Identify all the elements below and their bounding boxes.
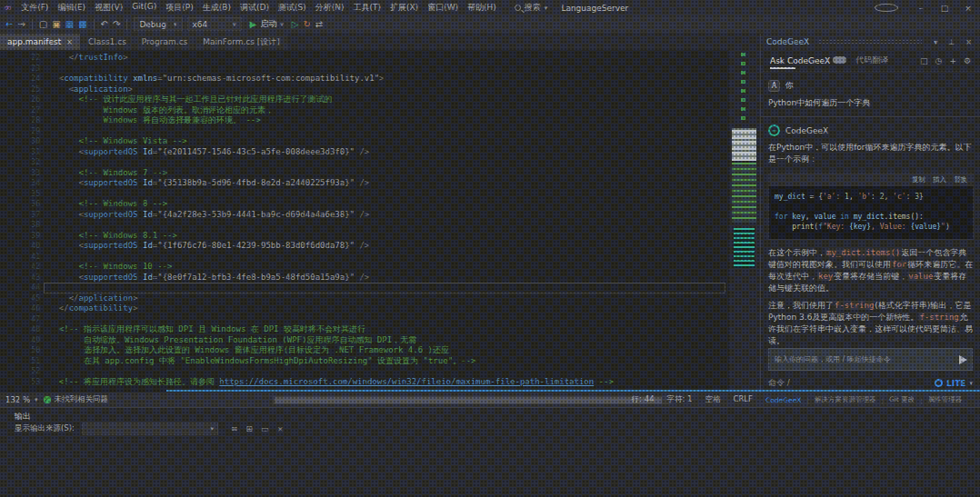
save-icon[interactable]: ▦	[65, 19, 74, 29]
navigate-back-icon[interactable]: ←	[5, 19, 13, 29]
menu-item-5[interactable]: 生成(B)	[198, 1, 235, 15]
chat-code-line	[775, 202, 967, 212]
line-number: 41	[0, 252, 40, 263]
code-action-1[interactable]: 插入	[933, 175, 946, 184]
line-number-gutter: 2223242526272829303132333435363738394041…	[0, 53, 40, 387]
save-all-icon[interactable]: ▩	[78, 19, 86, 29]
line-ending[interactable]: CRLF	[734, 394, 753, 405]
menu-item-7[interactable]: 测试(S)	[274, 1, 311, 15]
start-label: 启动	[260, 18, 276, 30]
editor-scrollbar-map[interactable]	[729, 50, 760, 393]
menu-item-8[interactable]: 分析(N)	[311, 1, 349, 15]
code-content: </trustInfo> <compatibility xmlns="urn:s…	[49, 53, 614, 387]
check-icon: ✓	[44, 396, 51, 403]
redo-icon[interactable]: ↷	[113, 19, 120, 29]
scrollmap-preview	[732, 163, 756, 223]
send-icon[interactable]	[959, 355, 967, 364]
editor-tab-1[interactable]: Class1.cs	[81, 34, 134, 50]
menu-item-11[interactable]: 窗口(W)	[423, 1, 463, 15]
scrollbar-thumb[interactable]	[275, 397, 662, 403]
undo-icon[interactable]: ↶	[101, 19, 108, 29]
code-editor[interactable]: 2223242526272829303132333435363738394041…	[0, 50, 760, 393]
line-number: 45	[0, 293, 40, 304]
code-line-28: Windows 将自动选择最兼容的环境。 -->	[49, 115, 614, 126]
menu-item-1[interactable]: 编辑(E)	[53, 1, 90, 15]
solution-platform-dropdown[interactable]: x64 ▾	[187, 17, 242, 31]
line-number: 44	[0, 283, 40, 293]
dock-tab-0[interactable]: CodeGeeX	[765, 396, 801, 404]
dock-tab-3[interactable]: 属性管理器	[928, 395, 963, 404]
live-share-icon[interactable]: ⇄	[315, 19, 323, 29]
code-line-52	[49, 366, 614, 377]
code-line-26: <!-- 设计此应用程序与其一起工作且已针对此应用程序进行了测试的	[49, 94, 614, 105]
output-source-dropdown[interactable]: ▾	[82, 422, 218, 435]
line-number: 46	[0, 303, 40, 314]
user-question: Python中如何遍历一个字典	[768, 97, 974, 109]
chat-input[interactable]	[768, 348, 973, 371]
close-tab-icon[interactable]: ×	[66, 38, 73, 46]
scrollmap-preview	[734, 228, 755, 268]
menu-item-6[interactable]: 调试(D)	[235, 1, 274, 15]
open-file-icon[interactable]: ▣	[52, 19, 60, 29]
account-icon[interactable]	[875, 4, 898, 12]
code-line-24: <compatibility xmlns="urn:schemas-micros…	[49, 74, 614, 84]
menu-item-10[interactable]: 扩展(X)	[385, 1, 423, 15]
output-toolbar-icon-3[interactable]: ×	[277, 424, 285, 433]
history-icon[interactable]: ◷	[935, 56, 943, 65]
model-selector[interactable]: LITE ▾	[935, 379, 973, 388]
quick-search[interactable]: 搜索 ▾	[515, 2, 548, 14]
codegeex-tab-0[interactable]: Ask CodeGeeX	[770, 53, 846, 69]
code-action-2[interactable]: 替换	[954, 175, 967, 184]
code-line-35	[49, 189, 614, 200]
menu-item-12[interactable]: 帮助(H)	[463, 1, 501, 15]
explanation-paragraph-1: 注意，我们使用了f-string(格式化字符串)输出，它是Python 3.6及…	[768, 300, 974, 346]
editor-tab-0[interactable]: app.manifest×	[0, 34, 80, 50]
codegeex-tab-1[interactable]: 代码翻译	[855, 51, 888, 70]
window-position-icon[interactable]: ▾	[931, 38, 940, 46]
window-controls: – □ ×	[875, 0, 980, 15]
tab-label: app.manifest	[7, 37, 61, 46]
navigate-forward-icon[interactable]: →	[17, 19, 25, 29]
editor-tab-3[interactable]: MainForm.cs [设计]	[195, 34, 287, 50]
dock-tab-1[interactable]: 解决方案资源管理器	[815, 395, 876, 404]
dock-tab-2[interactable]: Git 更改	[889, 395, 915, 404]
line-number: 32	[0, 157, 40, 168]
new-file-icon[interactable]: ▢	[39, 19, 47, 29]
new-chat-icon[interactable]: +	[949, 56, 956, 65]
codegeex-logo-icon: ∞	[768, 124, 780, 136]
start-debug-button[interactable]: ▶ 启动 ▾	[246, 18, 287, 30]
menu-item-2[interactable]: 视图(V)	[90, 1, 127, 15]
close-button[interactable]: ×	[956, 4, 980, 13]
output-toolbar-icon-0[interactable]: ≡	[231, 424, 238, 433]
menu-item-0[interactable]: 文件(F)	[16, 1, 53, 15]
code-action-0[interactable]: 复制	[912, 175, 925, 184]
clear-chat-icon[interactable]: □	[920, 56, 928, 65]
start-without-debug-icon[interactable]: ▷	[292, 19, 299, 29]
zoom-value: 132 %	[5, 395, 30, 404]
tab-label: Program.cs	[142, 37, 187, 46]
menu-item-3[interactable]: Git(G)	[127, 1, 161, 15]
code-line-49: 自动缩放。Windows Presentation Foundation (WP…	[49, 335, 614, 346]
editor-tab-2[interactable]: Program.cs	[135, 34, 195, 50]
minimize-button[interactable]: –	[909, 4, 933, 13]
platform-value: x64	[193, 20, 208, 29]
settings-icon[interactable]: ⚙	[964, 56, 971, 65]
horizontal-scrollbar[interactable]	[273, 396, 671, 404]
pin-icon[interactable]: ⊥	[945, 38, 957, 46]
maximize-button[interactable]: □	[933, 4, 956, 13]
menu-item-4[interactable]: 项目(P)	[161, 1, 197, 15]
command-shortcut-label[interactable]: 命令 /	[768, 377, 790, 389]
hot-reload-icon[interactable]: ↻	[303, 19, 310, 29]
drag-grip[interactable]	[818, 39, 922, 45]
document-health-indicator[interactable]: ✓ 未找到相关问题	[44, 394, 109, 405]
output-toolbar-icon-1[interactable]: ⊞	[245, 424, 253, 433]
line-number: 42	[0, 262, 40, 273]
tool-window-header: CodeGeeX ▾ ⊥ ×	[761, 34, 980, 50]
menu-item-9[interactable]: 工具(T)	[348, 1, 385, 15]
output-toolbar-icon-2[interactable]: ▭	[261, 424, 269, 433]
close-panel-icon[interactable]: ×	[963, 38, 975, 46]
solution-configuration-dropdown[interactable]: Debug ▾	[134, 17, 182, 31]
zoom-dropdown[interactable]: 132 % ▾	[5, 395, 38, 404]
chat-area[interactable]: A 你 Python中如何遍历一个字典 ∞ CodeGeeX 在Python中，…	[761, 73, 980, 346]
indent-mode[interactable]: 空格	[705, 394, 721, 405]
